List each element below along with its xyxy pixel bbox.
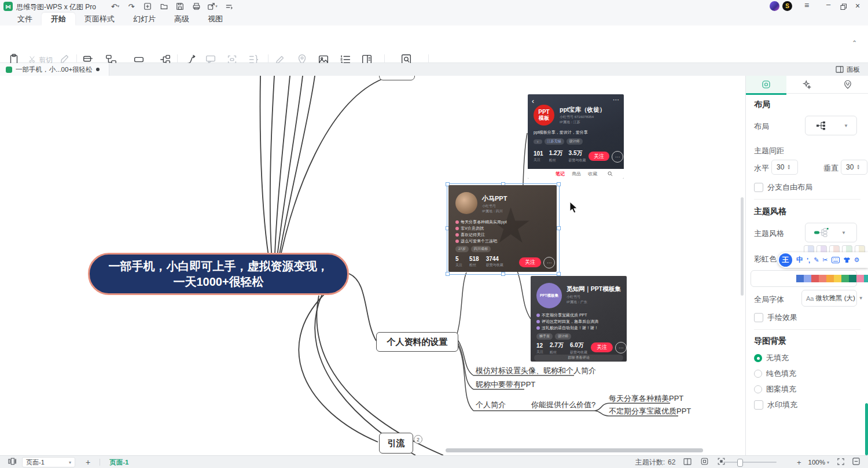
screenshot-card-xiaoma[interactable]: ★ 小马PPT 小红书号 IP属地：四川 每天分享各种精美实用ppt 非V介意勿… bbox=[448, 185, 557, 272]
vertical-spacing-stepper[interactable]: 30▲▼ bbox=[841, 160, 867, 175]
redo-icon[interactable]: ↷ bbox=[125, 1, 138, 12]
tab-sticker-panel[interactable] bbox=[827, 76, 868, 94]
ime-settings-icon[interactable]: ⚙ bbox=[854, 256, 860, 264]
tab-advanced[interactable]: 高级 bbox=[165, 13, 198, 25]
tab-page-style[interactable]: 页面样式 bbox=[75, 13, 124, 25]
minimize-button[interactable]: – bbox=[826, 0, 830, 9]
account-ip: IP属地：四川 bbox=[482, 209, 503, 214]
free-layout-row[interactable]: 分支自由布局 bbox=[754, 182, 812, 193]
zoom-in-button[interactable]: + bbox=[797, 458, 801, 467]
print-icon[interactable] bbox=[190, 1, 203, 12]
bg-none-radio[interactable] bbox=[754, 354, 762, 362]
membership-badge[interactable]: S bbox=[782, 1, 792, 11]
font-label: 全局字体 bbox=[754, 294, 784, 305]
account-name: ppt宝库（收徒） bbox=[560, 106, 605, 114]
account-tags: 狮子座设计师 bbox=[536, 333, 573, 340]
central-topic[interactable]: 一部手机，小白即可上手，虚拟资源变现，一天1000+很轻松 bbox=[88, 253, 349, 295]
node-profile-setup[interactable]: 个人资料的设置 bbox=[376, 332, 458, 352]
ime-keyboard-icon[interactable] bbox=[832, 257, 840, 263]
active-page-tab[interactable]: 页面-1 bbox=[109, 458, 128, 467]
collapsed-count-badge[interactable]: 2 bbox=[414, 435, 422, 444]
bg-watermark-checkbox[interactable] bbox=[754, 400, 763, 410]
bg-solid-row[interactable]: 纯色填充 bbox=[754, 368, 796, 379]
customize-quickbar-icon[interactable] bbox=[222, 1, 235, 12]
account-stats: 5关注 518粉丝 3744获赞与收藏 bbox=[455, 256, 503, 268]
close-button[interactable]: × bbox=[855, 1, 860, 10]
save-icon[interactable] bbox=[174, 1, 186, 12]
search-icon bbox=[608, 171, 613, 176]
account-bio: 每天分享各种精美实用ppt 非V介意勿扰 喜欢记得关注 这么可爱来个三连吧 bbox=[455, 219, 507, 244]
node-leaf2[interactable]: 不定期分享宝藏优质PPT bbox=[609, 406, 691, 417]
node-leaf1[interactable]: 每天分享各种精美PPT bbox=[609, 393, 683, 404]
theme-style-dropdown[interactable]: ▼ bbox=[805, 223, 857, 242]
tab-view[interactable]: 视图 bbox=[198, 13, 232, 25]
page-selector-dropdown[interactable]: 页面-1▾ bbox=[22, 457, 75, 467]
zoom-slider-track[interactable] bbox=[723, 462, 777, 463]
color-swatch bbox=[804, 275, 811, 282]
account-tags: 27岁四川成都 bbox=[455, 246, 493, 252]
bg-pattern-row[interactable]: 图案填充 bbox=[754, 384, 796, 395]
account-bio: 不定期分享宝藏优质 PPT 评论区定时回复，急单后台滴滴 没礼貌的请自动划走！谢… bbox=[536, 312, 598, 331]
ime-handwriting-icon[interactable]: ✎ bbox=[814, 256, 819, 264]
outline-view-icon[interactable] bbox=[683, 457, 692, 467]
ime-toolbar[interactable]: 王 中 ’, ✎ ✂ ⚙ bbox=[778, 252, 868, 268]
collapse-ribbon-icon[interactable]: ⌃ bbox=[852, 39, 857, 47]
ime-clipboard-icon[interactable]: ✂ bbox=[822, 256, 827, 264]
bg-pattern-radio[interactable] bbox=[754, 385, 762, 393]
zoom-slider-thumb[interactable] bbox=[737, 459, 743, 467]
user-avatar[interactable] bbox=[770, 1, 779, 11]
free-layout-checkbox[interactable] bbox=[754, 183, 763, 192]
node-traffic[interactable]: 引流 bbox=[379, 433, 413, 454]
fullscreen-icon[interactable] bbox=[837, 457, 844, 467]
sketch-row[interactable]: 手绘效果 bbox=[754, 312, 797, 323]
new-file-icon[interactable] bbox=[141, 1, 154, 12]
tab-file[interactable]: 文件 bbox=[8, 13, 42, 25]
screenshot-card-pptbaoku[interactable]: ‹ ⋯ PPT 模板 ppt宝库（收徒） 小红书号 6716078354 IP属… bbox=[528, 94, 624, 179]
layout-dropdown[interactable]: ▼ bbox=[805, 116, 857, 135]
pages-icon[interactable] bbox=[8, 457, 16, 467]
avatar-pptbaoku: PPT 模板 bbox=[534, 105, 554, 126]
node-sub3[interactable]: 个人简介 bbox=[476, 400, 506, 410]
tab-ai-panel[interactable] bbox=[786, 76, 827, 94]
spacing-label: 主题间距 bbox=[754, 146, 784, 156]
vertical-scrollbar[interactable] bbox=[741, 197, 744, 296]
tab-home[interactable]: 开始 bbox=[42, 13, 75, 25]
ime-logo[interactable]: 王 bbox=[779, 253, 792, 267]
undo-icon[interactable]: ↶▾ bbox=[109, 1, 122, 12]
bg-watermark-row[interactable]: 水印填充 bbox=[754, 400, 797, 410]
ime-skin-icon[interactable] bbox=[843, 257, 851, 263]
add-page-button[interactable]: + bbox=[86, 458, 90, 467]
bg-solid-radio[interactable] bbox=[754, 370, 762, 378]
ime-pinyin-mode-icon[interactable]: 中 bbox=[796, 255, 803, 265]
clipped-top-node[interactable] bbox=[379, 76, 415, 80]
horizontal-spacing-stepper[interactable]: 30▲▼ bbox=[771, 160, 798, 175]
mindmap-canvas[interactable]: 一部手机，小白即可上手，虚拟资源变现，一天1000+很轻松 个人资料的设置 引流… bbox=[0, 76, 745, 455]
collapse-statusbar-icon[interactable] bbox=[852, 457, 860, 467]
panel-scrollbar[interactable] bbox=[865, 403, 868, 455]
node-sub2[interactable]: 昵称中要带有PPT bbox=[476, 379, 535, 390]
hamburger-menu-icon[interactable]: ≡ bbox=[804, 1, 809, 10]
document-tab[interactable]: 一部手机，小...00+很轻松 bbox=[0, 63, 109, 76]
follow-button: 关注 bbox=[591, 342, 613, 352]
restore-button[interactable] bbox=[840, 2, 847, 13]
bg-none-row[interactable]: 无填充 bbox=[754, 353, 789, 363]
node-value-question[interactable]: 你能提供什么价值? bbox=[531, 400, 595, 410]
open-folder-icon[interactable] bbox=[157, 1, 170, 12]
chat-icon: ⋯ bbox=[615, 342, 627, 353]
ime-punctuation-icon[interactable]: ’, bbox=[807, 257, 810, 264]
node-sub1[interactable]: 模仿对标设置头像、昵称和个人简介 bbox=[476, 366, 596, 376]
tab-slides[interactable]: 幻灯片 bbox=[124, 13, 165, 25]
screenshot-card-mizhi[interactable]: PPT模板集 觅知网｜PPT模板集 小红书号 IP属地：广东 不定期分享宝藏优质… bbox=[531, 276, 627, 362]
global-font-dropdown[interactable]: Aa 微软雅黑 (大) ▼ bbox=[801, 290, 857, 307]
mindmap-view-icon[interactable] bbox=[701, 457, 708, 467]
sketch-checkbox[interactable] bbox=[754, 313, 763, 322]
tab-layout-panel[interactable] bbox=[746, 76, 786, 95]
theme-color-dropdown[interactable]: ▼ bbox=[751, 270, 857, 287]
horizontal-scrollbar[interactable] bbox=[446, 448, 703, 452]
section-map-background: 导图背景 bbox=[754, 336, 786, 347]
rainbow-label: 彩虹色 bbox=[754, 254, 777, 264]
avatar-xiaoma bbox=[455, 192, 477, 214]
panel-toggle[interactable]: 面板 bbox=[836, 63, 860, 76]
zoom-level[interactable]: 100% bbox=[808, 459, 825, 466]
share-icon[interactable]: ▾ bbox=[206, 1, 219, 12]
